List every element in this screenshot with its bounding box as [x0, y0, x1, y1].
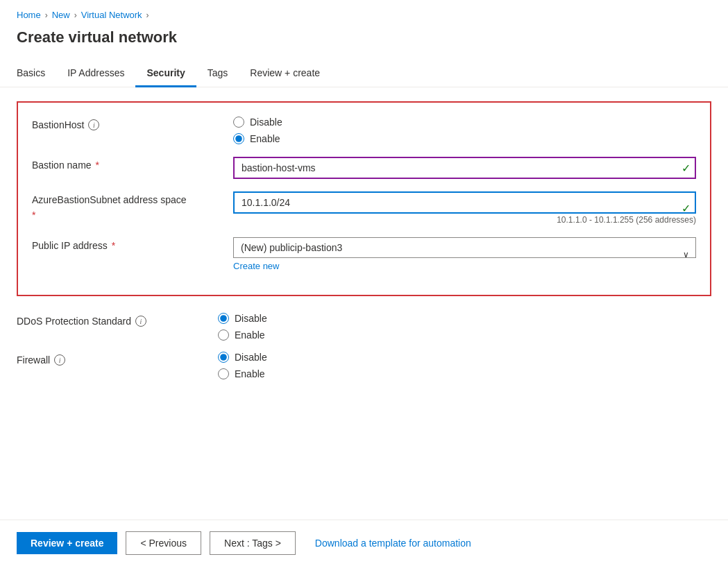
ddos-disable-label: Disable	[235, 313, 267, 324]
tabs-container: Basics IP Addresses Security Tags Review…	[0, 60, 728, 87]
main-content: BastionHost i Disable Enable Bastion nam…	[0, 87, 728, 404]
review-create-button[interactable]: Review + create	[17, 532, 117, 554]
create-new-link[interactable]: Create new	[233, 261, 696, 271]
bastion-host-disable-label: Disable	[250, 117, 282, 128]
ddos-enable-label: Enable	[235, 329, 265, 341]
breadcrumb-sep-1: ›	[45, 10, 48, 20]
public-ip-dropdown-wrap: (New) publicip-bastion3 ∨ Create new	[233, 237, 696, 271]
bastion-name-required: *	[96, 160, 99, 171]
firewall-label-text: Firewall	[17, 354, 50, 366]
subnet-label: AzureBastionSubnet address space *	[32, 191, 233, 221]
footer: Review + create < Previous Next : Tags >…	[0, 520, 728, 566]
firewall-disable-option[interactable]: Disable	[218, 352, 267, 363]
download-template-link[interactable]: Download a template for automation	[315, 538, 471, 549]
firewall-disable-label: Disable	[235, 352, 267, 363]
tab-ip-addresses[interactable]: IP Addresses	[56, 60, 135, 87]
bastion-host-label: BastionHost i	[32, 117, 233, 130]
ddos-radio-group: Disable Enable	[218, 313, 267, 341]
public-ip-label-text: Public IP address	[32, 240, 108, 251]
firewall-disable-radio[interactable]	[218, 352, 229, 363]
public-ip-dropdown[interactable]: (New) publicip-bastion3	[233, 237, 696, 258]
breadcrumb: Home › New › Virtual Network ›	[0, 0, 728, 26]
subnet-row: AzureBastionSubnet address space * ✓ 10.…	[32, 191, 696, 225]
outside-section: DDoS Protection Standard i Disable Enabl…	[17, 313, 711, 379]
firewall-enable-label: Enable	[235, 368, 265, 379]
firewall-row: Firewall i Disable Enable	[17, 352, 711, 379]
ddos-enable-option[interactable]: Enable	[218, 329, 267, 341]
bastion-name-input[interactable]	[233, 157, 696, 179]
bastion-host-row: BastionHost i Disable Enable	[32, 117, 696, 144]
subnet-hint: 10.1.1.0 - 10.1.1.255 (256 addresses)	[233, 215, 696, 225]
bastion-host-disable-radio[interactable]	[233, 117, 244, 128]
firewall-info-icon[interactable]: i	[54, 354, 65, 366]
bastion-name-input-wrap: ✓	[233, 157, 696, 179]
bastion-name-check-icon: ✓	[682, 162, 691, 175]
breadcrumb-sep-2: ›	[74, 10, 77, 20]
ddos-disable-option[interactable]: Disable	[218, 313, 267, 324]
ddos-info-icon[interactable]: i	[135, 316, 146, 327]
ddos-label-text: DDoS Protection Standard	[17, 316, 131, 327]
firewall-enable-option[interactable]: Enable	[218, 368, 267, 379]
breadcrumb-home[interactable]: Home	[17, 10, 41, 20]
breadcrumb-sep-3: ›	[146, 10, 149, 20]
public-ip-required: *	[112, 240, 115, 251]
bastion-name-row: Bastion name * ✓	[32, 157, 696, 179]
bastion-host-enable-label: Enable	[250, 133, 280, 144]
public-ip-row: Public IP address * (New) publicip-basti…	[32, 237, 696, 271]
tab-tags[interactable]: Tags	[196, 60, 239, 87]
tab-basics[interactable]: Basics	[17, 60, 56, 87]
breadcrumb-virtual-network[interactable]: Virtual Network	[81, 10, 142, 20]
breadcrumb-new[interactable]: New	[52, 10, 70, 20]
subnet-input-wrap: ✓ 10.1.1.0 - 10.1.1.255 (256 addresses)	[233, 191, 696, 225]
page-title: Create virtual network	[0, 26, 728, 60]
ddos-label: DDoS Protection Standard i	[17, 313, 218, 327]
firewall-radio-group: Disable Enable	[218, 352, 267, 379]
bastion-section: BastionHost i Disable Enable Bastion nam…	[17, 101, 711, 296]
tab-review-create[interactable]: Review + create	[239, 60, 331, 87]
ddos-disable-radio[interactable]	[218, 313, 229, 324]
firewall-enable-radio[interactable]	[218, 368, 229, 379]
tab-security[interactable]: Security	[135, 60, 196, 87]
bastion-name-label: Bastion name *	[32, 157, 233, 171]
subnet-label-text: AzureBastionSubnet address space	[32, 194, 187, 205]
subnet-input[interactable]	[233, 191, 696, 214]
public-ip-label: Public IP address *	[32, 237, 233, 251]
bastion-host-enable-option[interactable]: Enable	[233, 133, 282, 144]
bastion-host-enable-radio[interactable]	[233, 133, 244, 144]
ddos-enable-radio[interactable]	[218, 329, 229, 341]
next-button[interactable]: Next : Tags >	[210, 531, 296, 555]
bastion-host-info-icon[interactable]: i	[88, 119, 99, 130]
subnet-required: *	[32, 209, 35, 221]
ddos-row: DDoS Protection Standard i Disable Enabl…	[17, 313, 711, 341]
bastion-host-radio-group: Disable Enable	[233, 117, 282, 144]
bastion-name-label-text: Bastion name	[32, 160, 92, 171]
firewall-label: Firewall i	[17, 352, 218, 366]
previous-button[interactable]: < Previous	[126, 531, 201, 555]
bastion-host-disable-option[interactable]: Disable	[233, 117, 282, 128]
subnet-check-icon: ✓	[682, 202, 691, 215]
bastion-host-label-text: BastionHost	[32, 119, 84, 130]
